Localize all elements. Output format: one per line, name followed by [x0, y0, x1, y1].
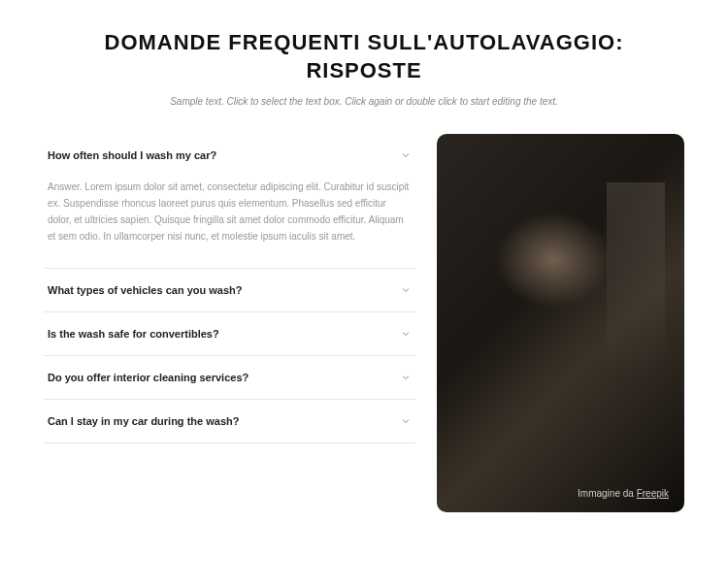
caption-prefix: Immagine da: [578, 488, 637, 499]
chevron-down-icon: [400, 284, 412, 296]
page-subtitle[interactable]: Sample text. Click to select the text bo…: [44, 96, 684, 107]
header: DOMANDE FREQUENTI SULL'AUTOLAVAGGIO: RIS…: [44, 29, 684, 107]
accordion-header[interactable]: Can I stay in my car during the wash?: [44, 400, 415, 442]
image-caption: Immagine da Freepik: [578, 488, 669, 499]
chevron-down-icon: [400, 415, 412, 427]
content-row: How often should I wash my car? Answer. …: [44, 134, 684, 512]
accordion-header[interactable]: How often should I wash my car?: [44, 134, 415, 177]
faq-image: Immagine da Freepik: [437, 134, 684, 512]
accordion-item: Do you offer interior cleaning services?: [44, 356, 415, 400]
chevron-down-icon: [400, 328, 412, 340]
accordion-question: Can I stay in my car during the wash?: [48, 415, 239, 427]
accordion-answer: Answer. Lorem ipsum dolor sit amet, cons…: [44, 177, 415, 268]
image-source-link[interactable]: Freepik: [637, 488, 669, 499]
accordion-question: How often should I wash my car?: [48, 149, 216, 161]
accordion-item: Can I stay in my car during the wash?: [44, 400, 415, 443]
accordion-header[interactable]: Is the wash safe for convertibles?: [44, 312, 415, 355]
accordion-question: Is the wash safe for convertibles?: [48, 328, 219, 340]
chevron-down-icon: [400, 372, 412, 383]
accordion-header[interactable]: Do you offer interior cleaning services?: [44, 356, 415, 399]
accordion-header[interactable]: What types of vehicles can you wash?: [44, 269, 415, 311]
accordion-question: What types of vehicles can you wash?: [48, 284, 243, 296]
faq-accordion: How often should I wash my car? Answer. …: [44, 134, 415, 512]
accordion-question: Do you offer interior cleaning services?: [48, 372, 248, 383]
page-title[interactable]: DOMANDE FREQUENTI SULL'AUTOLAVAGGIO: RIS…: [44, 29, 684, 84]
accordion-item: How often should I wash my car? Answer. …: [44, 134, 415, 269]
chevron-down-icon: [400, 149, 412, 161]
accordion-item: What types of vehicles can you wash?: [44, 269, 415, 312]
accordion-item: Is the wash safe for convertibles?: [44, 312, 415, 356]
